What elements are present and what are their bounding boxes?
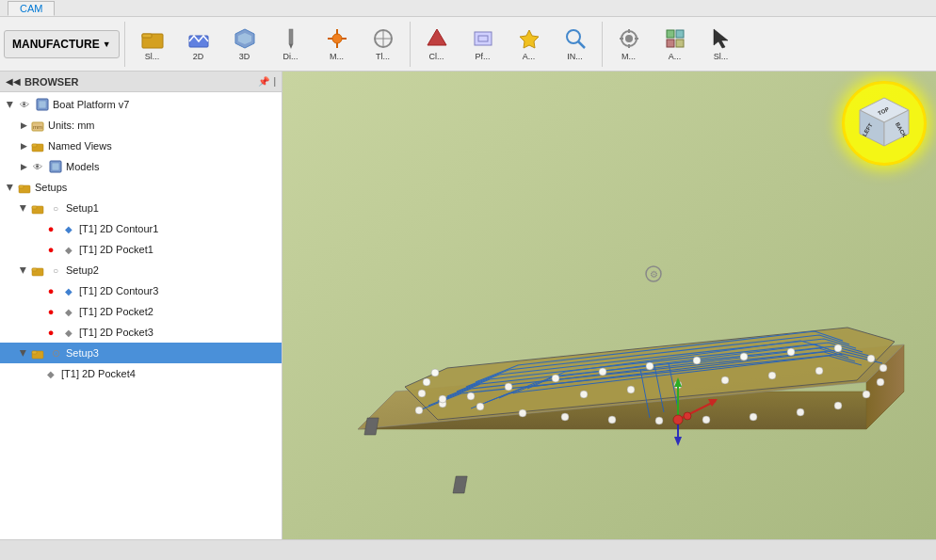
turning-icon	[370, 25, 396, 52]
toolbar-btn-sl2-label: Sl...	[714, 53, 729, 62]
toolbar-btn-2d-label: 2D	[193, 53, 204, 62]
viewcube-container[interactable]: TOP LEFT BACK	[842, 81, 927, 166]
tree-arrow-setups[interactable]: ▶	[4, 181, 17, 194]
tree-item-pocket4[interactable]: ▶◆[T1] 2D Pocket4	[0, 363, 282, 384]
visibility-icon-models[interactable]: 👁	[30, 159, 45, 174]
tree-item-units[interactable]: ▶mmUnits: mm	[0, 115, 282, 136]
toolpath-gray-icon-pocket3: ◆	[61, 325, 76, 340]
addins-icon	[662, 25, 688, 52]
tree-item-setup2[interactable]: ▶○Setup2	[0, 260, 282, 280]
target-icon-setup3: ⊙	[48, 345, 63, 360]
svg-rect-43	[32, 268, 37, 271]
toolbar-btn-m1[interactable]: M...	[315, 20, 360, 69]
error-icon-contour1: ●	[43, 221, 58, 236]
actions-icon	[516, 25, 542, 52]
toolpath-gray-icon-pocket1: ◆	[61, 242, 76, 257]
svg-point-75	[561, 413, 569, 421]
svg-rect-28	[676, 40, 684, 47]
tree-item-setups[interactable]: ▶Setups	[0, 177, 282, 198]
svg-rect-37	[52, 163, 59, 170]
tree-item-root[interactable]: ▶👁Boat Platform v7	[0, 94, 282, 115]
toolpath-blue-icon-contour1: ◆	[61, 221, 76, 236]
viewport[interactable]: ⚙ TOP LEFT BACK	[282, 72, 936, 539]
visibility-icon-root[interactable]: 👁	[17, 97, 32, 112]
svg-point-71	[750, 413, 757, 421]
svg-point-78	[439, 395, 446, 403]
toolbar-section-main: Sl... 2D 3D Di... M... Tl... Cl... Pf...…	[130, 20, 744, 69]
tree-arrow-root[interactable]: ▶	[4, 98, 17, 111]
toolbar-btn-cl-label: Cl...	[429, 53, 444, 62]
tree-arrow-setup2[interactable]: ▶	[17, 264, 30, 277]
tree-item-pocket3[interactable]: ▶●◆[T1] 2D Pocket3	[0, 322, 282, 343]
toolbar-btn-a1[interactable]: A...	[507, 20, 552, 69]
browser-panel: ◀◀ BROWSER 📌 | ▶👁Boat Platform v7▶mmUnit…	[0, 72, 282, 539]
3d-adaptive-icon	[232, 25, 258, 52]
svg-point-58	[552, 375, 559, 382]
svg-point-61	[693, 357, 701, 364]
tree-arrow-setup1[interactable]: ▶	[17, 201, 30, 215]
svg-point-94	[673, 415, 683, 424]
tree-item-models[interactable]: ▶👁Models	[0, 156, 282, 177]
svg-point-62	[740, 353, 748, 360]
svg-point-73	[655, 417, 663, 424]
tree-label-contour3: [T1] 2D Contour3	[79, 285, 158, 296]
tree-item-setup1[interactable]: ▶○Setup1	[0, 198, 282, 218]
svg-rect-41	[32, 206, 37, 209]
tree-item-pocket2[interactable]: ▶●◆[T1] 2D Pocket2	[0, 301, 282, 322]
manufacture-button[interactable]: MANUFACTURE ▼	[4, 30, 120, 58]
viewcube[interactable]: TOP LEFT BACK	[854, 93, 915, 154]
toolbar-btn-in[interactable]: IN...	[553, 20, 598, 69]
tree-arrow-setup3[interactable]: ▶	[17, 346, 30, 360]
svg-point-69	[834, 402, 842, 409]
tree-label-named-views: Named Views	[48, 140, 112, 152]
svg-line-18	[578, 41, 585, 48]
tree-label-setup2: Setup2	[66, 264, 99, 276]
toolbar-btn-sl[interactable]: Sl...	[130, 20, 175, 69]
toolbar-btn-2d[interactable]: 2D	[176, 20, 221, 69]
svg-point-87	[815, 367, 823, 375]
component-icon-models	[48, 159, 63, 174]
2d-contour-icon	[186, 25, 212, 52]
tree-arrow-models[interactable]: ▶	[17, 160, 30, 173]
tree-item-named-views[interactable]: ▶Named Views	[0, 136, 282, 156]
tree-item-setup3[interactable]: ▶⊙Setup3	[0, 343, 282, 363]
browser-tree: ▶👁Boat Platform v7▶mmUnits: mm▶Named Vie…	[0, 92, 282, 539]
browser-header: ◀◀ BROWSER 📌 |	[0, 72, 282, 92]
toolpath-gray-icon-pocket4: ◆	[43, 366, 58, 381]
svg-rect-27	[667, 40, 674, 47]
toolbar-btn-3d[interactable]: 3D	[222, 20, 267, 69]
toolbar-btn-tl-label: Tl...	[376, 53, 390, 62]
tree-arrow-named-views[interactable]: ▶	[17, 139, 30, 152]
tree-label-contour1: [T1] 2D Contour1	[79, 223, 158, 234]
toolbar: MANUFACTURE ▼ Sl... 2D 3D Di... M... Tl.…	[0, 17, 936, 72]
circle-icon-setup1: ○	[48, 200, 63, 216]
tree-label-root: Boat Platform v7	[53, 99, 129, 110]
toolbar-btn-m1-label: M...	[330, 53, 344, 62]
toolbar-btn-a2[interactable]: A...	[653, 20, 698, 69]
tree-item-pocket1[interactable]: ▶●◆[T1] 2D Pocket1	[0, 239, 282, 260]
toolbar-btn-in-label: IN...	[567, 53, 583, 62]
manufacture-label: MANUFACTURE	[12, 38, 100, 51]
toolbar-btn-di[interactable]: Di...	[268, 20, 314, 69]
tree-item-contour1[interactable]: ▶●◆[T1] 2D Contour1	[0, 218, 282, 239]
component-icon-root	[35, 97, 50, 112]
tab-bar: CAM	[0, 0, 936, 17]
browser-pin-button[interactable]: 📌	[258, 76, 269, 87]
toolbar-btn-m2[interactable]: M...	[606, 20, 652, 69]
svg-point-70	[797, 408, 804, 416]
toolbar-btn-pf[interactable]: Pf...	[460, 20, 506, 69]
svg-point-86	[768, 372, 776, 379]
error-icon-pocket1: ●	[43, 242, 58, 257]
browser-more-button[interactable]: |	[273, 76, 276, 87]
toolbar-btn-tl[interactable]: Tl...	[361, 20, 406, 69]
toolbar-btn-sl2[interactable]: Sl...	[699, 20, 744, 69]
toolbar-btn-cl[interactable]: Cl...	[414, 20, 460, 69]
inspect-icon	[562, 25, 589, 52]
tab-cam[interactable]: CAM	[8, 1, 55, 16]
drill-icon	[278, 25, 304, 52]
browser-collapse-button[interactable]: ◀◀	[6, 76, 21, 87]
error-icon-contour3: ●	[43, 283, 58, 298]
tree-arrow-units[interactable]: ▶	[17, 119, 30, 132]
tree-item-contour3[interactable]: ▶●◆[T1] 2D Contour3	[0, 280, 282, 301]
svg-rect-39	[19, 185, 24, 188]
